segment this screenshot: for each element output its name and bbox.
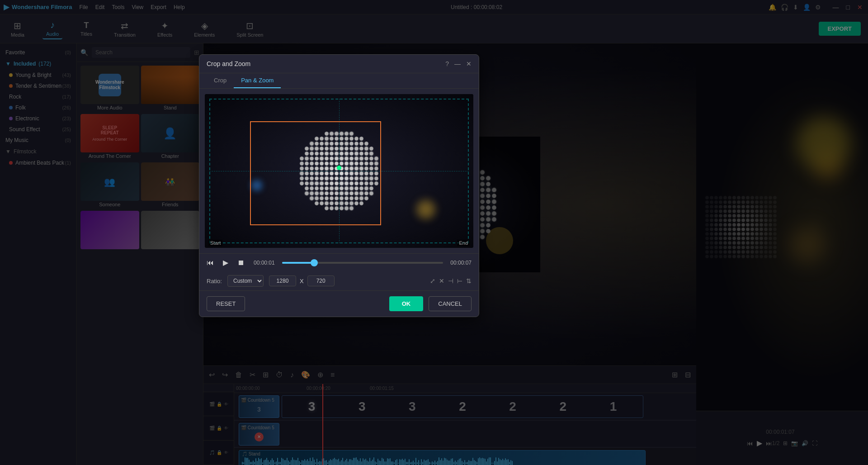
pb-pause[interactable]: ⏹ <box>236 258 246 268</box>
flip-icon[interactable]: ⇅ <box>466 277 472 285</box>
pb-slider-handle[interactable] <box>311 259 318 266</box>
dialog-help-icon[interactable]: ? <box>445 60 449 67</box>
dialog-preview-bg: Start End <box>205 94 473 248</box>
tab-crop[interactable]: Crop <box>207 73 234 88</box>
dialog-light-orb <box>415 198 437 221</box>
dp-end-label: End <box>457 240 470 246</box>
ratio-label: Ratio: <box>207 278 222 285</box>
dialog-tabs: Crop Pan & Zoom <box>199 73 479 89</box>
ok-button[interactable]: OK <box>389 296 424 311</box>
dialog-ratio-controls: Ratio: Custom 16:9 4:3 X ⤢ ✕ ⊣ ⊢ ⇅ <box>199 271 479 290</box>
dialog-title: Crop and Zoom <box>207 60 250 67</box>
reset-button[interactable]: RESET <box>207 296 245 311</box>
crop-zoom-dialog: Crop and Zoom ? — ✕ Crop Pan & Zoom <box>199 54 479 317</box>
pb-skip-back[interactable]: ⏮ <box>205 258 216 268</box>
ratio-select[interactable]: Custom 16:9 4:3 <box>227 275 264 287</box>
pb-time-end: 00:00:07 <box>450 260 472 266</box>
align-right-icon[interactable]: ⊢ <box>457 277 462 285</box>
align-left-icon[interactable]: ⊣ <box>448 277 453 285</box>
dialog-preview-area: Start End <box>205 94 473 248</box>
cancel-button[interactable]: CANCEL <box>429 296 472 311</box>
pb-time-slider[interactable] <box>282 262 443 264</box>
dialog-header-icons: ? — ✕ <box>445 60 472 67</box>
expand-arrows-icon[interactable]: ⤢ <box>430 277 435 285</box>
dialog-playback-controls: ⏮ ▶ ⏹ 00:00:01 00:00:07 <box>199 253 479 271</box>
pb-play[interactable]: ▶ <box>221 257 230 268</box>
dialog-confirm-buttons: OK CANCEL <box>389 296 472 311</box>
dialog-overlay: Crop and Zoom ? — ✕ Crop Pan & Zoom <box>0 0 868 465</box>
ratio-dimensions: X <box>269 275 335 286</box>
ratio-x-label: X <box>300 278 304 285</box>
dialog-header: Crop and Zoom ? — ✕ <box>199 55 479 73</box>
ratio-height-input[interactable] <box>307 275 335 286</box>
ratio-action-icons: ⤢ ✕ ⊣ ⊢ ⇅ <box>430 277 472 285</box>
pb-time-start: 00:00:01 <box>254 260 275 266</box>
ratio-width-input[interactable] <box>269 275 296 286</box>
dialog-crop-box[interactable] <box>250 121 381 225</box>
tab-pan-zoom[interactable]: Pan & Zoom <box>234 73 281 88</box>
dp-start-label: Start <box>208 240 222 246</box>
pb-slider-filled <box>282 262 314 264</box>
dp-crosshair <box>337 166 341 170</box>
dialog-close-icon[interactable]: ✕ <box>466 60 472 67</box>
dialog-minimize-icon[interactable]: — <box>454 60 461 67</box>
close-crop-icon[interactable]: ✕ <box>439 277 444 285</box>
dialog-footer: RESET OK CANCEL <box>199 290 479 317</box>
